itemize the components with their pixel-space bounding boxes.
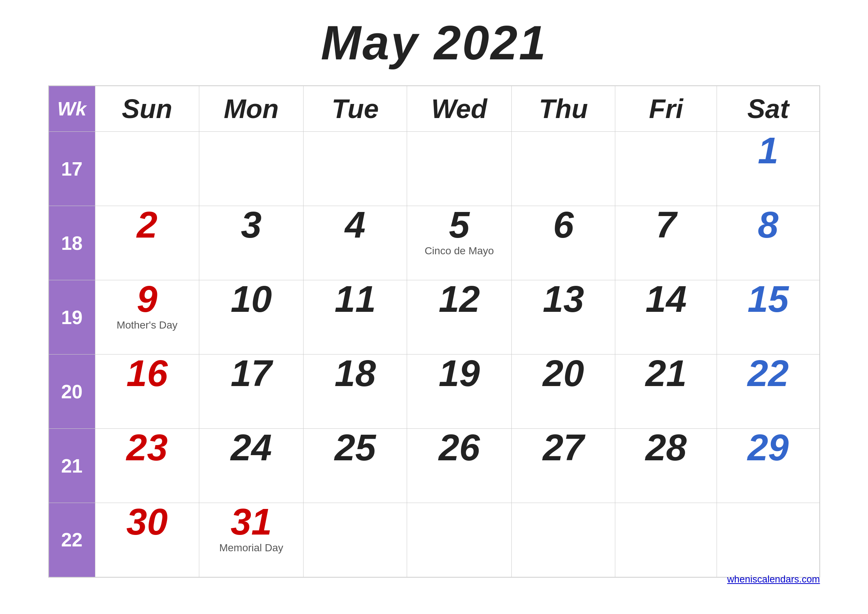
table-row: 31Memorial Day — [199, 503, 304, 577]
holiday-label: Memorial Day — [199, 542, 304, 554]
day-number: 3 — [199, 206, 304, 243]
table-row: 29 — [717, 429, 820, 503]
holiday-label: Mother's Day — [95, 319, 199, 331]
holiday-label: Cinco de Mayo — [407, 245, 512, 257]
table-row — [199, 132, 304, 206]
day-number: 31 — [199, 503, 304, 540]
week-number: 19 — [49, 280, 95, 355]
table-row: 11 — [304, 280, 407, 355]
day-number: 27 — [512, 429, 615, 466]
day-number: 28 — [615, 429, 717, 466]
table-row: 28 — [615, 429, 717, 503]
table-row: 7 — [615, 206, 717, 280]
table-row: 17 — [199, 355, 304, 429]
day-number: 15 — [717, 280, 819, 317]
week-number: 18 — [49, 206, 95, 280]
table-row — [512, 132, 615, 206]
table-row: 25 — [304, 429, 407, 503]
day-number: 6 — [512, 206, 615, 243]
table-row — [95, 132, 199, 206]
table-row: 9Mother's Day — [95, 280, 199, 355]
week-number: 20 — [49, 355, 95, 429]
day-number: 17 — [199, 355, 304, 392]
table-row — [615, 503, 717, 577]
day-number: 24 — [199, 429, 304, 466]
day-number: 26 — [407, 429, 512, 466]
day-number: 7 — [615, 206, 717, 243]
calendar-grid: Wk Sun Mon Tue Wed Thu Fri Sat 171182345… — [48, 85, 820, 578]
week-number: 22 — [49, 503, 95, 577]
day-number: 20 — [512, 355, 615, 392]
table-row: 2 — [95, 206, 199, 280]
day-number: 29 — [717, 429, 819, 466]
day-number: 5 — [407, 206, 512, 243]
wed-column-header: Wed — [407, 86, 512, 132]
tue-column-header: Tue — [304, 86, 407, 132]
table-row: 16 — [95, 355, 199, 429]
table-row: 6 — [512, 206, 615, 280]
table-row: 10 — [199, 280, 304, 355]
table-row: 26 — [407, 429, 512, 503]
week-number: 21 — [49, 429, 95, 503]
table-row: 8 — [717, 206, 820, 280]
table-row: 1 — [717, 132, 820, 206]
table-row — [304, 503, 407, 577]
day-number: 23 — [95, 429, 199, 466]
table-row: 19 — [407, 355, 512, 429]
watermark-link[interactable]: wheniscalendars.com — [727, 574, 820, 585]
mon-column-header: Mon — [199, 86, 304, 132]
table-row: 22 — [717, 355, 820, 429]
table-row: 23 — [95, 429, 199, 503]
day-number: 12 — [407, 280, 512, 317]
day-number: 1 — [717, 132, 819, 169]
thu-column-header: Thu — [512, 86, 615, 132]
table-row — [717, 503, 820, 577]
table-row: 3 — [199, 206, 304, 280]
table-row — [512, 503, 615, 577]
table-row: 21 — [615, 355, 717, 429]
day-number: 4 — [304, 206, 407, 243]
fri-column-header: Fri — [615, 86, 717, 132]
day-number: 18 — [304, 355, 407, 392]
table-row: 18 — [304, 355, 407, 429]
table-row: 20 — [512, 355, 615, 429]
table-row: 4 — [304, 206, 407, 280]
table-row — [304, 132, 407, 206]
table-row — [407, 503, 512, 577]
day-number: 10 — [199, 280, 304, 317]
table-row: 30 — [95, 503, 199, 577]
sat-column-header: Sat — [717, 86, 820, 132]
wk-column-header: Wk — [49, 86, 95, 132]
table-row — [407, 132, 512, 206]
day-number: 22 — [717, 355, 819, 392]
day-number: 9 — [95, 280, 199, 317]
week-number: 17 — [49, 132, 95, 206]
table-row: 27 — [512, 429, 615, 503]
day-number: 13 — [512, 280, 615, 317]
day-number: 19 — [407, 355, 512, 392]
table-row: 13 — [512, 280, 615, 355]
day-number: 8 — [717, 206, 819, 243]
table-row: 5Cinco de Mayo — [407, 206, 512, 280]
day-number: 25 — [304, 429, 407, 466]
table-row: 24 — [199, 429, 304, 503]
table-row: 15 — [717, 280, 820, 355]
day-number: 16 — [95, 355, 199, 392]
day-number: 30 — [95, 503, 199, 540]
calendar-title: May 2021 — [48, 15, 820, 71]
table-row — [615, 132, 717, 206]
sun-column-header: Sun — [95, 86, 199, 132]
day-number: 11 — [304, 280, 407, 317]
table-row: 14 — [615, 280, 717, 355]
table-row: 12 — [407, 280, 512, 355]
day-number: 14 — [615, 280, 717, 317]
day-number: 2 — [95, 206, 199, 243]
day-number: 21 — [615, 355, 717, 392]
